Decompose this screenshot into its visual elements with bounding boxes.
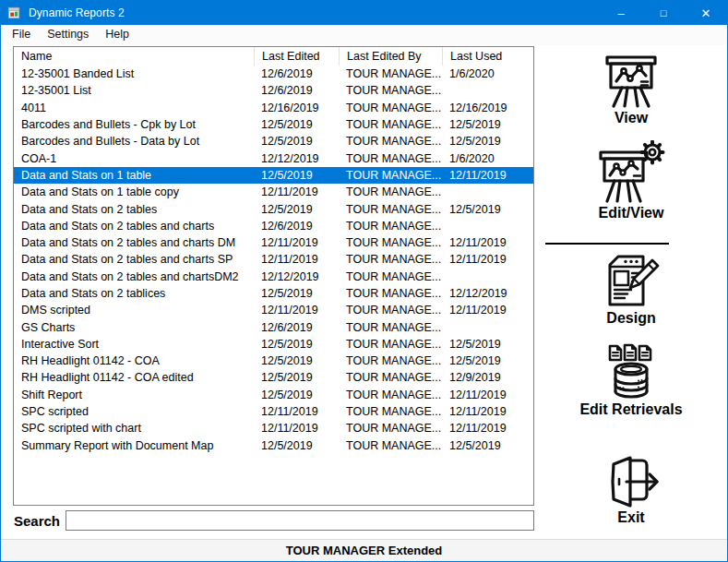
table-row[interactable]: Data and Stats on 2 tables and charts12/…: [14, 218, 533, 234]
menu-help[interactable]: Help: [97, 25, 137, 45]
cell-last-edited: 12/12/2019: [254, 152, 339, 165]
cell-name: Summary Report with Document Map: [14, 439, 254, 452]
search-input[interactable]: [66, 510, 534, 531]
exit-button[interactable]: Exit: [534, 454, 728, 526]
cell-last-edited: 12/12/2019: [254, 270, 339, 283]
cell-name: SPC scripted: [14, 405, 254, 418]
menu-settings[interactable]: Settings: [39, 25, 97, 45]
cell-last-edited: 12/5/2019: [254, 389, 339, 401]
cell-name: SPC scripted with chart: [14, 422, 254, 435]
cell-last-used: 12/16/2019: [442, 102, 533, 114]
cell-last-edited: 12/5/2019: [254, 135, 339, 148]
cell-last-edited-by: TOUR MANAGE...: [339, 253, 442, 266]
table-row[interactable]: SPC scripted12/11/2019TOUR MANAGE...12/1…: [14, 403, 533, 420]
cell-last-used: 12/11/2019: [442, 253, 533, 266]
app-window: Dynamic Reports 2 – □ ✕ File Settings He…: [0, 0, 728, 562]
edit-retrievals-button[interactable]: Edit Retrievals: [534, 342, 728, 418]
column-header-last-edited-by[interactable]: Last Edited By: [339, 47, 442, 66]
table-row[interactable]: SPC scripted with chart12/11/2019TOUR MA…: [14, 420, 533, 436]
cell-name: Barcodes and Bullets - Cpk by Lot: [14, 118, 254, 131]
edit-view-button[interactable]: Edit/View: [534, 140, 728, 221]
table-row[interactable]: Data and Stats on 2 tablices12/5/2019TOU…: [14, 285, 533, 302]
table-row[interactable]: Data and Stats on 2 tables and charts SP…: [14, 251, 533, 268]
cell-last-edited: 12/11/2019: [254, 236, 339, 249]
cell-last-edited-by: TOUR MANAGE...: [339, 389, 442, 401]
cell-name: 12-35001 List: [14, 84, 254, 97]
cell-last-edited: 12/16/2019: [254, 102, 339, 114]
action-sidebar: View: [534, 45, 728, 538]
cell-last-edited: 12/5/2019: [254, 439, 339, 452]
cell-last-used: 12/5/2019: [442, 338, 533, 351]
cell-last-used: 12/11/2019: [442, 422, 533, 435]
column-header-last-edited[interactable]: Last Edited: [254, 47, 339, 66]
table-row[interactable]: Data and Stats on 2 tables and chartsDM2…: [14, 269, 533, 285]
table-row[interactable]: Barcodes and Bullets - Cpk by Lot12/5/20…: [14, 116, 533, 133]
table-rows: 12-35001 Banded List12/6/2019TOUR MANAGE…: [14, 66, 533, 454]
table-row[interactable]: 12-35001 Banded List12/6/2019TOUR MANAGE…: [14, 66, 533, 82]
table-row[interactable]: Summary Report with Document Map12/5/201…: [14, 437, 533, 454]
cell-last-edited-by: TOUR MANAGE...: [339, 203, 442, 216]
cell-last-used: 12/11/2019: [442, 236, 533, 249]
window-title: Dynamic Reports 2: [29, 6, 125, 19]
table-row[interactable]: DMS scripted12/11/2019TOUR MANAGE...12/1…: [14, 302, 533, 318]
cell-name: Data and Stats on 2 tables: [14, 203, 254, 216]
presentation-chart-gear-icon: [597, 140, 665, 205]
table-row[interactable]: Interactive Sort12/5/2019TOUR MANAGE...1…: [14, 336, 533, 353]
cell-last-edited-by: TOUR MANAGE...: [339, 321, 442, 334]
cell-name: RH Headlight 01142 - COA edited: [14, 371, 254, 384]
design-label: Design: [606, 311, 655, 327]
table-row[interactable]: Data and Stats on 1 table12/5/2019TOUR M…: [14, 167, 533, 184]
cell-name: 4011: [14, 102, 254, 114]
cell-last-edited: 12/6/2019: [254, 321, 339, 334]
view-button[interactable]: View: [534, 53, 728, 126]
cell-last-edited-by: TOUR MANAGE...: [339, 185, 442, 198]
minimize-button[interactable]: –: [600, 1, 642, 25]
table-row[interactable]: Shift Report12/5/2019TOUR MANAGE...12/11…: [14, 387, 533, 403]
cell-last-edited: 12/5/2019: [254, 169, 339, 182]
table-row[interactable]: Data and Stats on 1 table copy12/11/2019…: [14, 184, 533, 200]
table-row[interactable]: Barcodes and Bullets - Data by Lot12/5/2…: [14, 133, 533, 149]
cell-last-used: 12/11/2019: [442, 405, 533, 418]
maximize-button[interactable]: □: [642, 1, 685, 25]
cell-last-edited-by: TOUR MANAGE...: [339, 270, 442, 283]
cell-last-edited: 12/6/2019: [254, 67, 339, 80]
table-row[interactable]: Data and Stats on 2 tables and charts DM…: [14, 234, 533, 251]
design-button[interactable]: Design: [534, 251, 728, 327]
edit-view-label: Edit/View: [599, 206, 664, 221]
cell-last-edited: 12/5/2019: [254, 371, 339, 384]
cell-last-edited-by: TOUR MANAGE...: [339, 67, 442, 80]
table-row[interactable]: COA-112/12/2019TOUR MANAGE...1/6/2020: [14, 149, 533, 166]
cell-last-used: 12/11/2019: [442, 389, 533, 401]
cell-last-edited: 12/11/2019: [254, 304, 339, 317]
cell-name: DMS scripted: [14, 304, 254, 317]
menu-bar: File Settings Help: [1, 25, 727, 45]
table-row[interactable]: GS Charts12/6/2019TOUR MANAGE...: [14, 318, 533, 335]
cell-name: Data and Stats on 2 tables and charts SP: [14, 253, 254, 266]
table-row[interactable]: 401112/16/2019TOUR MANAGE...12/16/2019: [14, 100, 533, 116]
cell-name: Data and Stats on 2 tables and charts DM: [14, 236, 254, 249]
cell-name: 12-35001 Banded List: [14, 67, 254, 80]
presentation-chart-icon: [601, 53, 662, 110]
cell-name: Data and Stats on 2 tables and chartsDM2: [14, 270, 254, 283]
table-row[interactable]: 12-35001 List12/6/2019TOUR MANAGE...: [14, 82, 533, 99]
cell-last-used: 12/11/2019: [442, 304, 533, 317]
sidebar-divider: [545, 243, 669, 245]
menu-file[interactable]: File: [4, 25, 39, 45]
cell-name: Barcodes and Bullets - Data by Lot: [14, 135, 254, 148]
cell-last-edited-by: TOUR MANAGE...: [339, 338, 442, 351]
cell-last-edited-by: TOUR MANAGE...: [339, 118, 442, 131]
cell-last-edited: 12/5/2019: [254, 354, 339, 367]
table-row[interactable]: RH Headlight 01142 - COA12/5/2019TOUR MA…: [14, 353, 533, 369]
column-header-name[interactable]: Name: [14, 47, 254, 66]
table-row[interactable]: RH Headlight 01142 - COA edited12/5/2019…: [14, 369, 533, 386]
status-bar: TOUR MANAGER Extended: [1, 539, 727, 561]
cell-last-used: 12/12/2019: [442, 287, 533, 300]
table-row[interactable]: Data and Stats on 2 tables12/5/2019TOUR …: [14, 200, 533, 217]
title-bar[interactable]: Dynamic Reports 2 – □ ✕: [1, 1, 727, 25]
database-documents-icon: [601, 342, 662, 401]
column-header-last-used[interactable]: Last Used: [442, 47, 533, 66]
cell-last-edited-by: TOUR MANAGE...: [339, 220, 442, 233]
cell-name: COA-1: [14, 152, 254, 165]
close-button[interactable]: ✕: [685, 1, 727, 25]
cell-last-edited: 12/11/2019: [254, 253, 339, 266]
